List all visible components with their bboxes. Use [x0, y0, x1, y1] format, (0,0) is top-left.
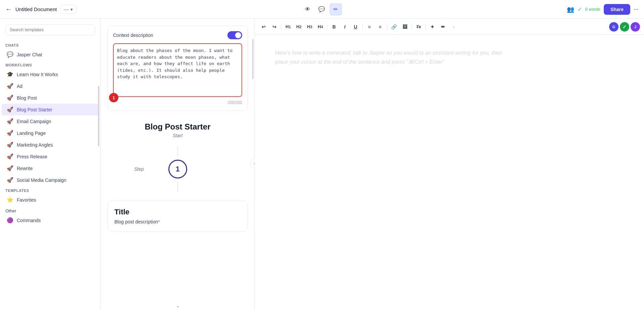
sidebar-item-marketing-angles[interactable]: 🚀 Marketing Angles [1, 139, 99, 151]
context-toggle[interactable] [227, 31, 242, 39]
sidebar-item-jasper-chat[interactable]: 💬 Jasper Chat [1, 49, 99, 60]
topbar-right: 👥 ✓ 0 words Share ··· [567, 4, 639, 15]
sidebar-item-blog-post-starter[interactable]: 🚀 Blog Post Starter [1, 104, 99, 115]
step-label: Step [134, 166, 144, 172]
image-button[interactable]: 🖼 [400, 22, 410, 32]
extra-button[interactable]: J [631, 22, 640, 32]
connector-line-bottom [177, 181, 178, 192]
editor-panel: ↩ ↪ H1 H2 H3 H4 B I U ≡ ≡ 🔗 🖼 Tx ✦ ✏ ● G [255, 19, 644, 310]
title-card-heading: Title [114, 208, 241, 216]
sidebar-item-label: Favorites [17, 197, 36, 203]
link-button[interactable]: 🔗 [389, 22, 399, 32]
workflows-section-label: WORKFLOWS [0, 60, 100, 68]
users-icon: 👥 [567, 6, 574, 13]
search-input[interactable] [5, 24, 95, 35]
landing-page-icon: 🚀 [7, 130, 13, 136]
topbar: ← Untitled Document — ▾ 👁 💬 ✏ 👥 ✓ 0 word… [0, 0, 644, 19]
sidebar-item-email-campaign[interactable]: 🚀 Email Campaign [1, 115, 99, 127]
sidebar-item-label: Social Media Campaign [17, 177, 66, 183]
workflow-title: Blog Post Starter [107, 122, 248, 132]
context-header: Context description [113, 31, 242, 39]
toolbar-divider-3 [362, 23, 363, 30]
commands-icon: 🟣 [7, 217, 13, 223]
eye-button[interactable]: 👁 [302, 3, 314, 15]
underline-button[interactable]: U [351, 22, 360, 32]
email-campaign-icon: 🚀 [7, 118, 13, 124]
grammarly-button[interactable]: G [609, 22, 619, 32]
collapse-button[interactable]: « [250, 159, 255, 168]
editor-toolbar: ↩ ↪ H1 H2 H3 H4 B I U ≡ ≡ 🔗 🖼 Tx ✦ ✏ ● G [255, 19, 644, 35]
sidebar-item-favorites[interactable]: ⭐ Favorites [1, 194, 99, 206]
share-button[interactable]: Share [604, 4, 630, 15]
highlight-button[interactable]: ✏ [438, 22, 448, 32]
middle-scrollbar[interactable] [252, 39, 254, 79]
middle-panel: Context description Blog about the phase… [101, 19, 255, 310]
title-card-subheading: Blog post description* [114, 219, 241, 224]
redo-button[interactable]: ↪ [270, 22, 279, 32]
h4-button[interactable]: H4 [316, 22, 325, 32]
h3-button[interactable]: H3 [305, 22, 314, 32]
marketing-angles-icon: 🚀 [7, 142, 13, 148]
step-row: Step 1 [107, 160, 248, 178]
context-title: Context description [113, 33, 153, 38]
sidebar-item-label: Marketing Angles [17, 142, 53, 148]
sidebar-item-label: Rewrite [17, 166, 33, 171]
toolbar-divider-2 [327, 23, 327, 30]
plus-button[interactable]: ✦ [428, 22, 437, 32]
editor-content[interactable]: Here's how to write a command: talk to J… [255, 35, 644, 310]
blog-post-icon: 🚀 [7, 95, 13, 101]
ordered-list-button[interactable]: ≡ [365, 22, 374, 32]
context-textarea[interactable]: Blog about the phases of the moon. I wan… [113, 43, 242, 97]
sidebar-item-commands[interactable]: 🟣 Commands [1, 214, 99, 226]
sidebar: CHATS 💬 Jasper Chat WORKFLOWS 🎓 Learn Ho… [0, 19, 101, 310]
sidebar-item-label: Blog Post [17, 95, 37, 101]
check-button[interactable]: ✓ [620, 22, 629, 32]
edit-button[interactable]: ✏ [330, 3, 342, 15]
press-release-icon: 🚀 [7, 153, 13, 160]
sidebar-item-ad[interactable]: 🚀 Ad [1, 80, 99, 92]
clear-format-button[interactable]: Tx [414, 22, 423, 32]
color-button[interactable]: ● [449, 22, 459, 32]
bullet-list-button[interactable]: ≡ [375, 22, 385, 32]
step-badge-1: 1 [109, 93, 118, 102]
check-icon: ✓ [578, 6, 582, 12]
workflow-subtitle: Start [107, 133, 248, 138]
back-button[interactable]: ← [5, 5, 12, 13]
sidebar-item-social-media[interactable]: 🚀 Social Media Campaign [1, 174, 99, 186]
editor-placeholder: Here's how to write a command: talk to J… [275, 48, 510, 66]
char-count: 200/200 [113, 100, 242, 105]
dash-icon: — [64, 7, 68, 12]
sidebar-item-label: Press Release [17, 154, 47, 159]
sidebar-item-learn-how[interactable]: 🎓 Learn How It Works [1, 68, 99, 80]
step-line: Step 1 [107, 146, 248, 192]
sidebar-item-label: Blog Post Starter [17, 107, 52, 112]
h1-button[interactable]: H1 [283, 22, 293, 32]
more-options-button[interactable]: ··· [634, 6, 639, 13]
context-card: Context description Blog about the phase… [107, 25, 248, 111]
sidebar-item-label: Learn How It Works [17, 72, 58, 77]
sidebar-item-press-release[interactable]: 🚀 Press Release [1, 151, 99, 162]
sidebar-item-blog-post[interactable]: 🚀 Blog Post [1, 92, 99, 104]
toolbar-divider-6 [425, 23, 426, 30]
undo-button[interactable]: ↩ [259, 22, 268, 32]
chat-button[interactable]: 💬 [316, 3, 328, 15]
ad-icon: 🚀 [7, 83, 13, 89]
bold-button[interactable]: B [329, 22, 339, 32]
topbar-center: 👁 💬 ✏ [80, 3, 562, 15]
learn-icon: 🎓 [7, 71, 13, 78]
chats-section-label: CHATS [0, 41, 100, 49]
context-textarea-wrapper: Blog about the phases of the moon. I wan… [113, 43, 242, 98]
sidebar-item-landing-page[interactable]: 🚀 Landing Page [1, 127, 99, 139]
toolbar-divider-1 [281, 23, 281, 30]
toolbar-divider-4 [387, 23, 387, 30]
dash-button[interactable]: — ▾ [60, 5, 76, 14]
sidebar-item-label: Landing Page [17, 131, 46, 136]
h2-button[interactable]: H2 [294, 22, 304, 32]
word-count: 0 words [585, 7, 601, 12]
bottom-scroll-indicator [101, 303, 255, 310]
chat-bubble-icon: 💬 [7, 51, 13, 58]
topbar-left: ← Untitled Document — ▾ [5, 5, 76, 14]
sidebar-item-rewrite[interactable]: 🚀 Rewrite [1, 162, 99, 174]
sidebar-scrollbar[interactable] [98, 86, 99, 146]
italic-button[interactable]: I [340, 22, 350, 32]
